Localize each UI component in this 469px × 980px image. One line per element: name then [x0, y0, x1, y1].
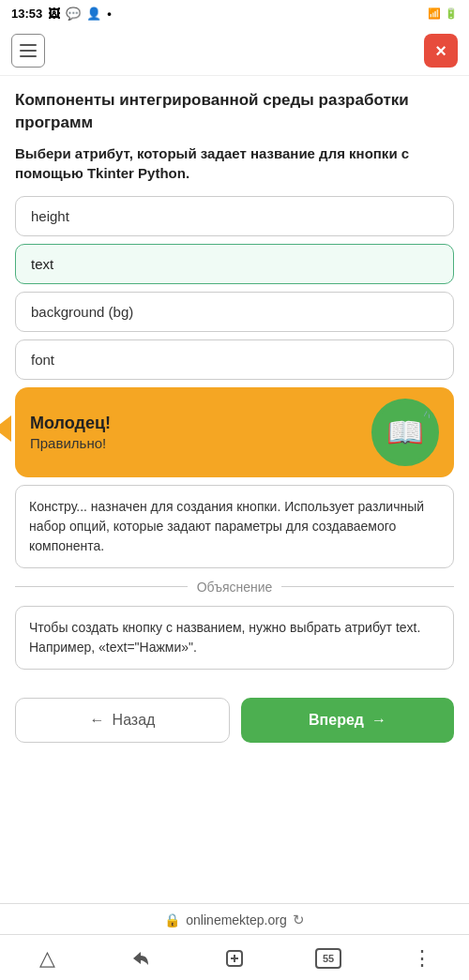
photo-icon: 🖼: [48, 7, 60, 21]
status-bar: 13:53 🖼 💬 👤 • 📶 🔋: [0, 0, 469, 26]
option-background[interactable]: background (bg): [15, 292, 454, 332]
success-subtitle: Правильно!: [30, 435, 371, 451]
person-icon: 👤: [86, 7, 101, 21]
option-font[interactable]: font: [15, 339, 454, 380]
divider: Объяснение: [15, 580, 454, 595]
description-text: Констру... назначен для создания кнопки.…: [29, 499, 424, 553]
reload-icon[interactable]: ↻: [293, 912, 305, 928]
popup-triangle: [0, 415, 11, 442]
hamburger-line: [20, 50, 37, 52]
share-nav-icon[interactable]: [122, 944, 159, 972]
browser-bar: 🔒 onlinemektep.org ↻: [0, 903, 469, 934]
explanation-text: Чтобы создать кнопку с названием, нужно …: [29, 620, 420, 655]
nav-buttons: ← Назад Вперед →: [0, 688, 469, 758]
option-font-label: font: [31, 352, 54, 368]
success-text-block: Молодец! Правильно!: [30, 414, 371, 451]
hamburger-line: [20, 44, 37, 46]
option-height[interactable]: height: [15, 196, 454, 236]
page-title: Компоненты интегрированной среды разрабо…: [0, 76, 469, 143]
tabs-nav-icon[interactable]: 55: [310, 944, 347, 972]
time: 13:53: [11, 7, 42, 21]
menu-button[interactable]: [11, 34, 45, 68]
top-bar: ×: [0, 26, 469, 76]
success-popup: Молодец! Правильно! 📖 🔭: [15, 387, 454, 477]
close-button[interactable]: ×: [424, 34, 458, 68]
description-box: Констру... назначен для создания кнопки.…: [15, 485, 454, 568]
forward-button[interactable]: Вперед →: [241, 698, 454, 743]
more-nav-icon[interactable]: ⋮: [403, 944, 441, 972]
question-section: Выбери атрибут, который задает название …: [0, 143, 469, 395]
divider-line-left: [15, 586, 188, 587]
explanation-box: Чтобы создать кнопку с названием, нужно …: [15, 606, 454, 670]
close-icon: ×: [435, 40, 446, 62]
option-background-label: background (bg): [31, 304, 133, 320]
option-height-label: height: [31, 208, 69, 224]
forward-arrow: →: [371, 712, 386, 729]
question-text: Выбери атрибут, который задает название …: [15, 143, 454, 183]
back-button[interactable]: ← Назад: [15, 698, 230, 743]
home-nav-icon[interactable]: △: [28, 944, 66, 972]
hamburger-line: [20, 55, 37, 57]
favicon-icon: 🔒: [164, 912, 180, 927]
success-title: Молодец!: [30, 414, 371, 433]
url-text: onlinemektep.org: [186, 912, 286, 927]
message-icon: 💬: [66, 7, 81, 21]
bottom-nav: △ 55 ⋮: [0, 934, 469, 980]
divider-label-text: Объяснение: [197, 580, 273, 595]
dot-icon: •: [107, 7, 112, 21]
forward-label: Вперед: [309, 712, 364, 729]
divider-line-right: [281, 586, 454, 587]
option-text[interactable]: text: [15, 244, 454, 284]
main-content: Компоненты интегрированной среды разрабо…: [0, 76, 469, 903]
back-arrow: ←: [90, 712, 105, 729]
add-nav-icon[interactable]: [216, 944, 253, 972]
signal-icon: 📶: [428, 8, 441, 20]
option-text-label: text: [31, 256, 53, 272]
mascot-icon: 📖 🔭: [371, 399, 439, 466]
back-label: Назад: [113, 712, 156, 729]
battery-icon: 🔋: [445, 8, 458, 20]
